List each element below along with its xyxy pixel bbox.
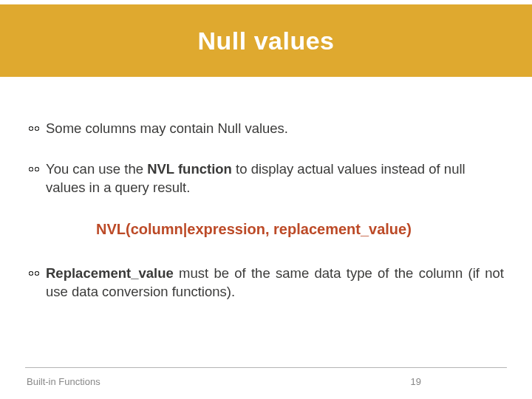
slide-title: Null values	[197, 27, 334, 55]
bullet-item: You can use the NVL function to display …	[28, 160, 504, 197]
slide: Null values Some columns may contain Nul…	[0, 4, 532, 399]
bullet-item: Some columns may contain Null values.	[28, 120, 504, 138]
page-number: 19	[411, 376, 421, 387]
slide-content: Some columns may contain Null values. Yo…	[0, 77, 532, 301]
syntax-line: NVL(column|expression, replacement_value…	[96, 219, 504, 239]
bullet-text-bold: NVL function	[147, 161, 232, 177]
bullet-text: Some columns may contain Null values.	[46, 120, 288, 136]
title-band: Null values	[0, 4, 532, 77]
bullet-text-before: You can use the	[46, 161, 147, 177]
footer-rule	[25, 367, 507, 368]
bullet-text-bold: Replacement_value	[46, 265, 174, 281]
bullet-item: Replacement_value must be of the same da…	[28, 265, 504, 301]
footer-left: Built-in Functions	[27, 376, 100, 387]
